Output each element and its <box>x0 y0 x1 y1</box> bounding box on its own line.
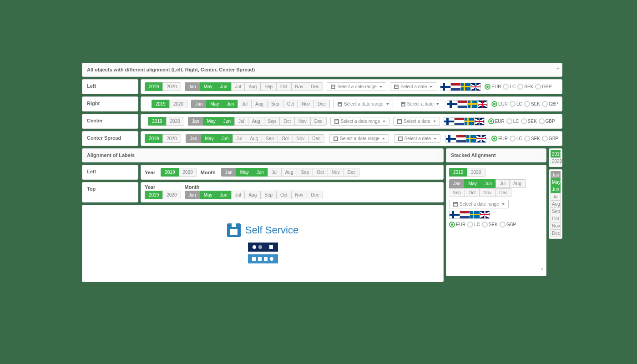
month-btn[interactable]: Sep <box>260 191 277 199</box>
year-btn-2019[interactable]: 2019 <box>161 168 179 177</box>
flag-nl[interactable] <box>450 83 460 91</box>
year-btn-2019[interactable]: 2019 <box>145 191 163 199</box>
year-btn-2019[interactable]: 2019 <box>152 100 170 108</box>
month-btn[interactable]: Dec <box>495 188 511 197</box>
radio-sek[interactable]: SEK <box>524 101 540 107</box>
month-btn[interactable]: Jul <box>238 100 252 108</box>
month-btn[interactable]: Nov <box>293 134 309 143</box>
date-range-dropdown[interactable]: Select a date range <box>330 117 390 126</box>
collapse-icon[interactable]: – <box>556 66 559 71</box>
year-btn-2020[interactable]: 2020 <box>551 157 561 165</box>
radio-gbp[interactable]: GBP <box>535 84 551 90</box>
year-btn-2020[interactable]: 2020 <box>179 168 197 177</box>
flag-se[interactable] <box>460 83 470 91</box>
month-btn[interactable]: Jan <box>191 100 207 108</box>
radio-sek[interactable]: SEK <box>521 118 537 124</box>
month-btn[interactable]: Jun <box>216 82 232 91</box>
month-btn[interactable]: Jan <box>551 171 561 179</box>
flag-fi[interactable] <box>450 211 460 218</box>
month-btn[interactable]: Oct <box>283 100 298 108</box>
month-btn[interactable]: Jun <box>217 134 233 143</box>
flag-nl[interactable] <box>460 211 470 218</box>
radio-gbp[interactable]: GBP <box>542 136 558 142</box>
month-btn[interactable]: Jan <box>185 191 200 199</box>
radio-lc[interactable]: LC <box>510 136 522 142</box>
month-btn[interactable]: Sep <box>297 168 313 177</box>
month-btn[interactable]: May <box>236 168 253 177</box>
month-btn[interactable]: May <box>203 117 220 126</box>
month-btn[interactable]: Nov <box>291 82 308 91</box>
month-btn[interactable]: Jul <box>551 193 561 201</box>
month-btn[interactable]: Jun <box>551 186 561 193</box>
flag-fi[interactable] <box>444 118 454 125</box>
flag-se[interactable] <box>467 101 477 108</box>
date-dropdown[interactable]: Select a date <box>393 117 440 126</box>
resize-handle-icon[interactable]: ◢ <box>540 266 543 271</box>
year-btn-2020[interactable]: 2020 <box>162 134 181 143</box>
month-btn[interactable]: May <box>464 179 481 188</box>
month-btn[interactable]: Oct <box>276 82 292 91</box>
flag-fi[interactable] <box>447 101 457 108</box>
flag-gb[interactable] <box>470 83 480 91</box>
month-btn[interactable]: Jun <box>219 117 235 126</box>
flag-nl[interactable] <box>456 135 466 142</box>
month-btn[interactable]: Aug <box>248 117 264 126</box>
date-range-dropdown[interactable]: Select a date range <box>449 200 509 208</box>
month-btn[interactable]: Jul <box>495 179 510 188</box>
year-btn-2019[interactable]: 2019 <box>145 134 163 143</box>
month-btn[interactable]: Jul <box>231 82 245 91</box>
month-btn[interactable]: May <box>201 134 218 143</box>
radio-gbp[interactable]: GBP <box>500 222 516 228</box>
month-btn[interactable]: Jun <box>216 191 232 199</box>
radio-lc[interactable]: LC <box>503 84 516 90</box>
year-btn-2019[interactable]: 2019 <box>449 168 467 177</box>
month-btn[interactable]: Sep <box>267 100 283 108</box>
month-btn[interactable]: Jun <box>222 100 238 108</box>
collapse-icon[interactable]: – <box>438 152 440 157</box>
month-btn[interactable]: Nov <box>479 188 495 197</box>
collapse-icon[interactable]: – <box>541 152 543 157</box>
flag-fi[interactable] <box>446 135 456 142</box>
month-btn[interactable]: Oct <box>465 188 480 197</box>
radio-eur[interactable]: EUR <box>491 101 508 107</box>
month-btn[interactable]: Oct <box>276 191 292 199</box>
radio-eur[interactable]: EUR <box>488 118 505 124</box>
month-btn[interactable]: Jun <box>253 168 268 177</box>
month-btn[interactable]: Sep <box>551 207 561 215</box>
month-btn[interactable]: Dec <box>307 191 323 199</box>
month-btn[interactable]: Jan <box>449 179 465 188</box>
flag-se[interactable] <box>464 118 474 125</box>
radio-lc[interactable]: LC <box>506 118 519 124</box>
month-btn[interactable]: Jul <box>231 191 245 199</box>
date-range-dropdown[interactable]: Select a date range <box>327 82 386 91</box>
month-btn[interactable]: Nov <box>298 100 314 108</box>
radio-sek[interactable]: SEK <box>517 84 533 90</box>
flag-fi[interactable] <box>440 83 450 91</box>
month-btn[interactable]: Jan <box>221 168 237 177</box>
month-btn[interactable]: Jul <box>233 134 247 143</box>
year-btn-2020[interactable]: 2020 <box>162 82 181 91</box>
flag-gb[interactable] <box>476 135 486 142</box>
year-btn-2020[interactable]: 2020 <box>166 117 184 126</box>
month-btn[interactable]: Aug <box>551 200 561 208</box>
month-btn[interactable]: Nov <box>294 117 311 126</box>
month-btn[interactable]: Nov <box>328 168 344 177</box>
month-btn[interactable]: Jul <box>268 168 282 177</box>
month-btn[interactable]: Sep <box>449 188 465 197</box>
radio-sek[interactable]: SEK <box>482 222 498 228</box>
month-btn[interactable]: May <box>200 82 217 91</box>
month-btn[interactable]: Jan <box>186 134 201 143</box>
month-btn[interactable]: Aug <box>244 82 261 91</box>
year-btn-2019[interactable]: 2019 <box>551 150 561 158</box>
month-btn[interactable]: Oct <box>278 134 293 143</box>
month-btn[interactable]: Sep <box>262 134 278 143</box>
radio-sek[interactable]: SEK <box>524 136 540 142</box>
radio-eur[interactable]: EUR <box>485 84 501 90</box>
radio-lc[interactable]: LC <box>510 101 522 107</box>
month-btn[interactable]: Dec <box>310 117 327 126</box>
flag-nl[interactable] <box>454 118 464 125</box>
month-btn[interactable]: Aug <box>244 191 261 199</box>
month-btn[interactable]: Dec <box>344 168 360 177</box>
year-btn-2020[interactable]: 2020 <box>467 168 485 177</box>
flag-gb[interactable] <box>477 101 487 108</box>
